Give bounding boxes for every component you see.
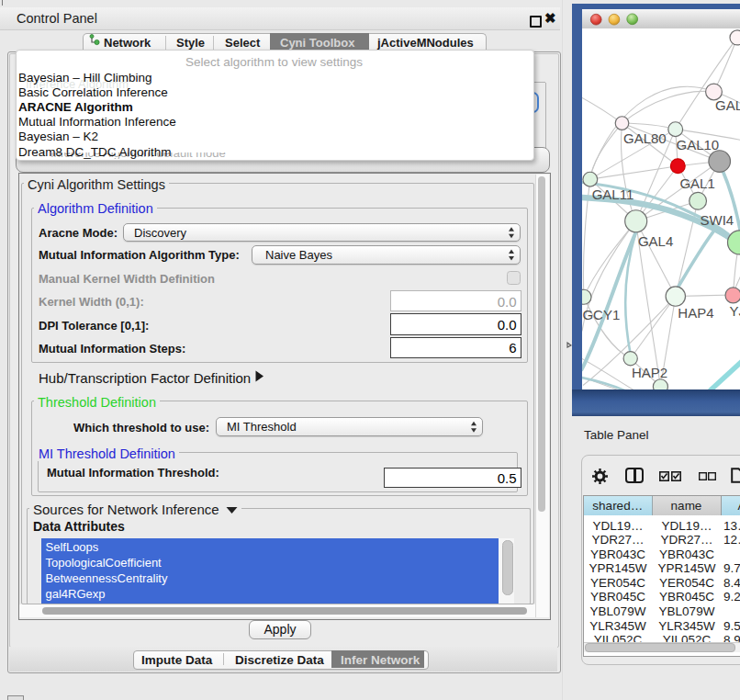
svg-text:GAL11: GAL11 — [592, 186, 634, 202]
svg-text:HAP4: HAP4 — [678, 305, 713, 321]
svg-text:HAP2: HAP2 — [632, 365, 667, 380]
svg-text:GAL1: GAL1 — [679, 175, 714, 191]
svg-text:GCY1: GCY1 — [582, 307, 620, 322]
svg-text:YJ: YJ — [730, 303, 740, 319]
svg-text:GAL7: GAL7 — [715, 97, 740, 113]
svg-text:SWI4: SWI4 — [701, 212, 734, 228]
svg-text:GAL80: GAL80 — [623, 130, 667, 146]
svg-text:GAL10: GAL10 — [677, 137, 720, 152]
svg-text:GAL4: GAL4 — [638, 233, 673, 249]
